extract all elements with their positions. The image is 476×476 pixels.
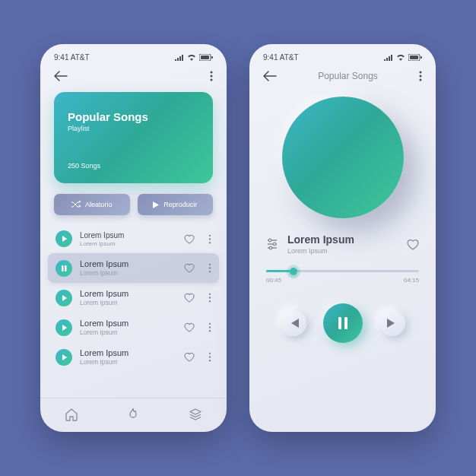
more-icon[interactable] [208,263,211,273]
song-title: Lorem Ipsum [80,319,176,328]
song-play-button[interactable] [56,260,72,277]
svg-point-5 [211,79,213,81]
time-elapsed: 00:45 [266,277,281,284]
play-icon [60,235,68,243]
track-meta: Lorem Ipsum Lorem Ipsum [249,233,436,255]
battery-icon [408,54,422,61]
svg-point-13 [209,271,211,272]
play-all-button[interactable]: Reproducir [138,194,214,215]
more-icon[interactable] [208,322,211,332]
layers-icon[interactable] [189,408,202,421]
svg-rect-9 [62,265,64,271]
previous-button[interactable] [281,310,306,336]
song-artist: Lorem Ipsum [80,328,176,336]
track-title: Lorem Ipsum [287,233,398,246]
heart-icon[interactable] [184,322,195,332]
pause-button[interactable] [323,303,363,343]
more-icon[interactable] [419,71,422,81]
svg-point-27 [419,75,421,78]
svg-point-26 [419,71,421,74]
status-bar: 9:41 AT&T [249,44,436,66]
song-play-button[interactable] [56,230,72,247]
svg-point-19 [209,330,211,332]
status-time-carrier: 9:41 AT&T [54,53,90,62]
heart-icon[interactable] [407,239,419,250]
fire-icon[interactable] [127,408,139,421]
svg-point-29 [268,239,271,242]
playlist-count: 250 Songs [68,162,199,170]
nav-bar: Popular Songs [249,66,436,89]
battery-icon [199,54,213,61]
playlist-title: Popular Songs [68,110,199,123]
svg-rect-25 [420,56,422,59]
playlist-hero-card[interactable]: Popular Songs Playlist 250 Songs [54,92,213,183]
progress-section: 00:45 04:15 [249,255,436,287]
song-play-button[interactable] [56,319,72,336]
next-button[interactable] [379,310,405,336]
heart-icon[interactable] [184,293,195,303]
skip-next-icon [387,319,398,328]
more-icon[interactable] [208,352,211,362]
song-row[interactable]: Lorem IpsumLorem Ipsum [48,342,219,372]
back-icon[interactable] [54,71,68,81]
svg-point-18 [209,326,211,328]
svg-point-6 [209,234,211,236]
svg-point-16 [209,300,211,302]
play-icon [153,202,159,208]
song-play-button[interactable] [56,349,72,366]
song-artist: Lorem Ipsum [80,358,176,366]
equalizer-icon[interactable] [266,238,278,250]
skip-previous-icon [288,319,299,328]
play-icon [60,324,68,332]
heart-icon[interactable] [184,352,195,362]
pause-icon [60,265,68,272]
song-row[interactable]: Lorem IpsumLorem Ipsum [48,283,219,313]
svg-point-28 [419,79,421,81]
svg-point-4 [211,75,213,78]
svg-rect-2 [211,56,213,59]
song-row[interactable]: Lorem IpsumLorem Ipsum [48,224,219,253]
svg-point-20 [209,353,211,354]
nav-title: Popular Songs [318,71,378,81]
heart-icon[interactable] [184,263,195,273]
more-icon[interactable] [208,293,211,303]
song-row[interactable]: Lorem IpsumLorem Ipsum [48,253,219,283]
progress-bar[interactable] [266,270,419,272]
back-icon[interactable] [263,71,277,81]
song-title: Lorem Ipsum [80,231,176,240]
svg-point-12 [209,267,211,268]
status-bar: 9:41 AT&T [40,44,227,66]
song-title: Lorem Ipsum [80,348,176,357]
song-artist: Lorem Ipsum [80,240,176,247]
song-play-button[interactable] [56,290,72,306]
status-indicators [175,54,213,61]
svg-point-3 [211,71,213,74]
song-text: Lorem IpsumLorem Ipsum [80,348,176,366]
song-artist: Lorem Ipsum [80,269,176,277]
wifi-icon [187,54,196,61]
heart-icon[interactable] [184,234,195,244]
pause-icon [338,317,348,329]
song-artist: Lorem Ipsum [80,299,176,306]
progress-thumb[interactable] [290,268,297,275]
song-title: Lorem Ipsum [80,289,176,298]
song-row[interactable]: Lorem IpsumLorem Ipsum [48,313,219,342]
player-controls [249,287,436,360]
svg-point-31 [269,246,272,249]
song-text: Lorem IpsumLorem Ipsum [80,231,176,247]
play-icon [60,354,68,361]
more-icon[interactable] [208,234,211,244]
svg-rect-24 [410,56,418,59]
play-all-label: Reproducir [163,201,197,208]
playlist-subtitle: Playlist [68,125,199,132]
svg-point-14 [209,294,211,295]
nav-bar [40,66,227,89]
shuffle-button[interactable]: Aleatorio [54,194,130,215]
song-text: Lorem IpsumLorem Ipsum [80,319,176,336]
song-text: Lorem IpsumLorem Ipsum [80,259,176,277]
album-art[interactable] [282,97,404,218]
more-icon[interactable] [210,71,213,81]
home-icon[interactable] [65,408,78,421]
album-art-container [249,89,436,233]
svg-point-21 [209,356,211,357]
